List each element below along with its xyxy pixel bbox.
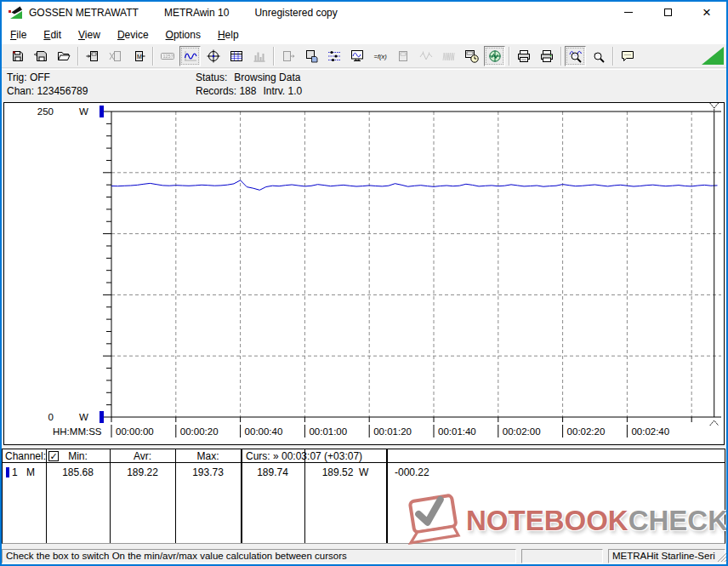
sliders-icon: [327, 49, 341, 63]
close-icon: ×: [702, 5, 711, 20]
menu-help[interactable]: Help: [209, 26, 247, 43]
table-divider: [110, 449, 111, 543]
channel-color-marker: [6, 467, 9, 477]
title-bar: GOSSEN METRAWATT METRAwin 10 Unregistere…: [0, 0, 728, 26]
cell-max: 193.73: [175, 466, 241, 478]
toolbar-separator: [152, 47, 153, 66]
cell-cursor2: 189.52 W: [304, 466, 386, 478]
cell-unit: W: [359, 466, 368, 478]
header-cursor: Curs: » 00:03:07 (+03:07): [246, 450, 362, 462]
toolbar-separator: [612, 47, 613, 66]
wave-icon: [184, 49, 197, 63]
window-controls: ×: [609, 0, 726, 26]
print-report-button[interactable]: [513, 46, 534, 66]
interval-timer-button[interactable]: [461, 46, 482, 66]
device-out-icon: [282, 49, 295, 63]
pc-display-button[interactable]: [346, 46, 367, 66]
menu-file[interactable]: File: [2, 26, 35, 43]
save-as-button[interactable]: [30, 46, 51, 66]
menu-view[interactable]: View: [70, 26, 109, 43]
diskette-arrow-icon: [34, 49, 48, 63]
menu-options[interactable]: Options: [157, 26, 209, 43]
crosshair-icon: [207, 49, 220, 63]
minimize-icon: [624, 12, 633, 13]
device-x-icon: [109, 49, 122, 63]
yt-chart-button[interactable]: [179, 46, 201, 66]
header-max: Max:: [175, 450, 241, 462]
resize-grip[interactable]: [716, 552, 727, 563]
trigger-status: Trig: OFF: [7, 71, 50, 83]
records-info: Records: 188Intrv. 1.0: [196, 85, 302, 97]
printer-page-icon: [517, 49, 531, 63]
svg-text:00:00:00: 00:00:00: [116, 426, 154, 437]
folder-open-icon: [57, 49, 71, 63]
display-icon: [161, 49, 174, 63]
svg-text:W: W: [79, 412, 88, 422]
device-store-button[interactable]: [300, 46, 321, 66]
svg-text:250: 250: [37, 106, 54, 117]
menu-edit[interactable]: Edit: [35, 26, 70, 43]
statistics-button: [248, 46, 270, 66]
channel-list: Chan: 123456789: [7, 85, 88, 97]
cell-channel-number: 1: [12, 466, 18, 478]
device-in-icon: [86, 49, 100, 63]
svg-text:00:01:40: 00:01:40: [438, 426, 476, 437]
toolbar-grow-triangle: [702, 47, 724, 65]
zoom-curve-button[interactable]: [565, 46, 586, 66]
chart-panel: 00:00:0000:00:2000:00:4000:01:0000:01:20…: [3, 102, 725, 445]
svg-text:HH:MM:SS: HH:MM:SS: [53, 426, 102, 437]
svg-text:00:02:00: 00:02:00: [503, 426, 541, 437]
table-divider: [386, 449, 388, 543]
tooltip-button[interactable]: [617, 46, 638, 66]
maximize-button[interactable]: [648, 0, 687, 25]
acquisition-info-panel: Trig: OFF Chan: 123456789 Status:Browsin…: [0, 69, 728, 101]
data-table-button[interactable]: [225, 46, 247, 66]
dense-wave-button: [438, 46, 459, 66]
channel-table: Channel: Min: Avr: Max: Curs: » 00:03:07…: [2, 449, 725, 544]
header-avr: Avr:: [110, 450, 175, 462]
cell-min: 185.68: [46, 466, 110, 478]
cursor-top-marker: [710, 103, 719, 111]
status-bar: Check the box to switch On the min/avr/m…: [0, 548, 728, 564]
zoom-wave-icon: [569, 49, 583, 63]
close-button[interactable]: ×: [687, 0, 726, 25]
speech-bubble-icon: [621, 49, 634, 63]
live-monitor-button[interactable]: [484, 46, 505, 66]
formula-button[interactable]: [369, 46, 390, 66]
sampled-wave-button: [415, 46, 436, 66]
toolbar-separator: [560, 47, 561, 66]
wave-nodes-icon: [419, 49, 433, 63]
device-memory-button[interactable]: [128, 46, 149, 66]
open-button[interactable]: [53, 46, 74, 66]
printer-icon: [540, 49, 554, 63]
svg-text:00:01:00: 00:01:00: [309, 426, 347, 437]
save-button[interactable]: [7, 46, 28, 66]
xy-chart-button[interactable]: [202, 46, 224, 66]
svg-text:00:01:20: 00:01:20: [373, 426, 412, 437]
cell-channel-mode: M: [26, 466, 35, 478]
clock-meter-icon: [465, 49, 479, 63]
zoom-out-button[interactable]: [588, 46, 609, 66]
recording-status: Status:Browsing Data: [196, 71, 300, 83]
svg-text:00:02:20: 00:02:20: [567, 426, 606, 437]
cursor-bottom-marker: [710, 420, 719, 426]
toolbar-separator: [77, 47, 78, 66]
channel-settings-button[interactable]: [323, 46, 344, 66]
cell-delta: -000.22: [395, 466, 429, 478]
print-button[interactable]: [536, 46, 557, 66]
toolbar-separator: [273, 47, 274, 66]
zoom-out-icon: [592, 49, 606, 63]
device-icon: [396, 49, 410, 63]
statusbar-empty-cell: [521, 549, 603, 563]
table-header-row: Channel: Min: Avr: Max: Curs: » 00:03:07…: [3, 449, 725, 463]
minmax-checkbox[interactable]: ✓: [48, 451, 59, 461]
power-trace: [111, 180, 718, 191]
device-read-button[interactable]: [82, 46, 103, 66]
power-chart[interactable]: 00:00:0000:00:2000:00:4000:01:0000:01:20…: [4, 103, 724, 444]
menu-device[interactable]: Device: [109, 26, 157, 43]
diskette-icon: [11, 49, 25, 63]
export-button: [277, 46, 299, 66]
table-divider: [304, 449, 305, 543]
minimize-button[interactable]: [609, 0, 648, 25]
metrawin-window: GOSSEN METRAWATT METRAwin 10 Unregistere…: [0, 0, 728, 566]
